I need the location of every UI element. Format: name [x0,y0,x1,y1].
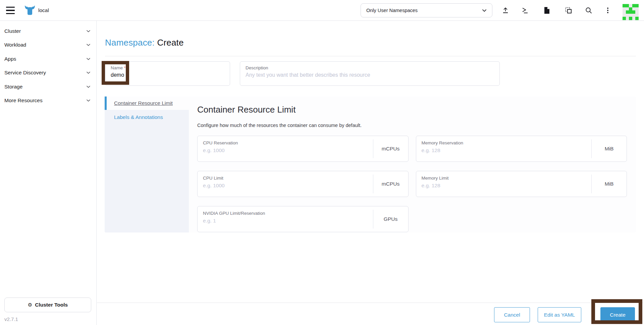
memory-limit-field[interactable]: Memory Limit e.g. 128 MiB [416,171,627,197]
cpu-limit-field[interactable]: CPU Limit e.g. 1000 mCPUs [197,171,409,197]
page-title-resource: Namespace: [105,38,155,48]
section-heading: Container Resource Limit [197,105,627,115]
description-placeholder: Any text you want that better describes … [246,72,494,78]
cpu-reservation-field[interactable]: CPU Reservation e.g. 1000 mCPUs [197,136,409,162]
user-avatar[interactable] [623,4,639,20]
upload-icon [501,6,509,14]
snapshot-button[interactable] [562,4,575,16]
namespace-filter-dropdown[interactable]: Only User Namespaces [361,3,492,17]
page-title: Namespace: Create [105,38,184,48]
name-input-value: demo [111,72,224,78]
sidebar-item-storage[interactable]: Storage [0,80,96,94]
chevron-down-icon [86,71,91,74]
search-button[interactable] [583,4,595,16]
cancel-button[interactable]: Cancel [494,307,530,322]
chevron-down-icon [86,99,91,102]
sidebar-item-apps[interactable]: Apps [0,52,96,66]
chevron-down-icon [482,9,487,12]
unit-label: MiB [591,175,627,193]
document-icon [543,6,550,14]
kebab-menu-button[interactable] [602,4,614,16]
edit-as-yaml-button[interactable]: Edit as YAML [538,307,581,322]
chevron-down-icon [86,85,91,88]
rancher-logo[interactable] [24,5,36,16]
resource-panel: Container Resource Limit Labels & Annota… [105,96,636,233]
section-description: Configure how much of the resources the … [197,123,627,128]
search-icon [585,6,593,14]
unit-label: MiB [591,139,627,158]
nvidia-gpu-field[interactable]: NVIDIA GPU Limit/Reservation e.g. 1 GPUs [197,206,409,232]
unit-label: mCPUs [373,139,408,158]
tab-list: Container Resource Limit Labels & Annota… [105,96,189,233]
kebab-menu-icon [604,6,612,14]
name-field-label: Name * [111,65,224,70]
tab-container-resource-limit[interactable]: Container Resource Limit [105,96,189,110]
footer-divider [97,303,644,303]
hamburger-menu-icon[interactable] [6,7,15,14]
name-field[interactable]: Name * demo [105,61,230,86]
tab-labels-annotations[interactable]: Labels & Annotations [105,110,189,125]
gear-icon: ⚙ [28,303,32,308]
tab-panel-content: Container Resource Limit Configure how m… [189,96,636,233]
sidebar-item-workload[interactable]: Workload [0,38,96,52]
sidebar-item-more-resources[interactable]: More Resources [0,94,96,108]
docs-button[interactable] [541,4,553,16]
create-button[interactable]: Create [600,307,635,322]
memory-reservation-field[interactable]: Memory Reservation e.g. 128 MiB [416,136,627,162]
cluster-tools-button[interactable]: ⚙ Cluster Tools [4,298,91,312]
unit-label: GPUs [373,210,408,229]
sidebar-nav: Cluster Workload Apps Service Discovery … [0,21,97,325]
version-label: v2.7.1 [4,316,18,322]
unit-label: mCPUs [373,175,408,193]
sidebar-item-service-discovery[interactable]: Service Discovery [0,66,96,80]
terminal-icon [521,6,529,14]
copy-icon [565,6,573,14]
sidebar-item-cluster[interactable]: Cluster [0,24,96,38]
title-divider [105,56,636,56]
required-marker: * [124,66,126,70]
kubectl-shell-button[interactable] [519,4,531,16]
import-yaml-button[interactable] [499,4,512,16]
namespace-filter-value: Only User Namespaces [366,8,482,13]
top-header: local Only User Namespaces [0,0,644,21]
cluster-name: local [38,0,49,21]
page-title-action: Create [157,38,183,48]
description-field-label: Description [246,65,494,70]
chevron-down-icon [86,58,91,60]
chevron-down-icon [86,44,91,46]
resource-fields-grid: CPU Reservation e.g. 1000 mCPUs Memory R… [197,136,627,232]
description-field[interactable]: Description Any text you want that bette… [240,61,500,86]
chevron-down-icon [86,30,91,32]
